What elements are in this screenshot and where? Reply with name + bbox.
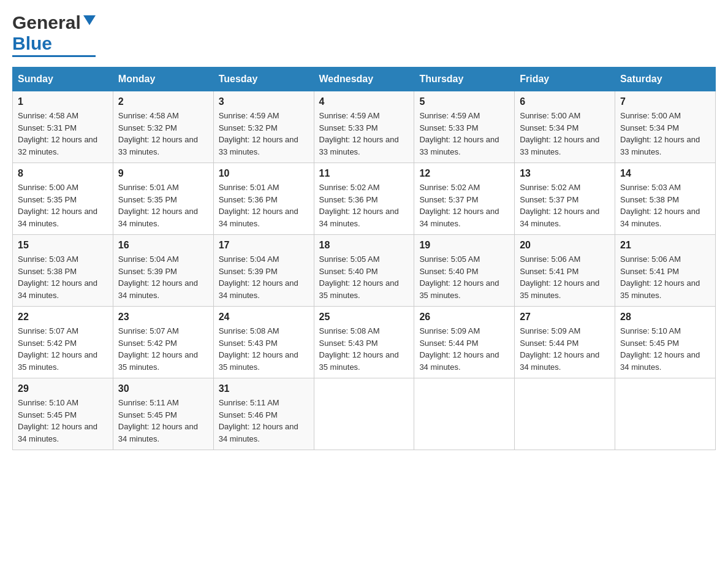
day-info: Sunrise: 5:00 AM Sunset: 5:34 PM Dayligh… bbox=[520, 110, 610, 158]
day-cell: 8 Sunrise: 5:00 AM Sunset: 5:35 PM Dayli… bbox=[13, 163, 113, 235]
day-cell: 5 Sunrise: 4:59 AM Sunset: 5:33 PM Dayli… bbox=[414, 91, 515, 163]
week-row-3: 15 Sunrise: 5:03 AM Sunset: 5:38 PM Dayl… bbox=[13, 235, 716, 307]
day-cell: 22 Sunrise: 5:07 AM Sunset: 5:42 PM Dayl… bbox=[13, 307, 113, 378]
day-number: 21 bbox=[620, 240, 710, 251]
day-number: 28 bbox=[620, 312, 710, 323]
day-cell: 21 Sunrise: 5:06 AM Sunset: 5:41 PM Dayl… bbox=[615, 235, 716, 307]
day-info: Sunrise: 5:09 AM Sunset: 5:44 PM Dayligh… bbox=[520, 325, 610, 373]
day-info: Sunrise: 5:06 AM Sunset: 5:41 PM Dayligh… bbox=[520, 253, 610, 301]
week-row-4: 22 Sunrise: 5:07 AM Sunset: 5:42 PM Dayl… bbox=[13, 307, 716, 378]
day-info: Sunrise: 5:02 AM Sunset: 5:37 PM Dayligh… bbox=[520, 182, 610, 229]
day-cell: 11 Sunrise: 5:02 AM Sunset: 5:36 PM Dayl… bbox=[314, 163, 414, 235]
day-number: 31 bbox=[219, 383, 309, 394]
day-info: Sunrise: 5:05 AM Sunset: 5:40 PM Dayligh… bbox=[319, 253, 409, 301]
day-info: Sunrise: 5:05 AM Sunset: 5:40 PM Dayligh… bbox=[419, 253, 509, 301]
day-info: Sunrise: 5:00 AM Sunset: 5:35 PM Dayligh… bbox=[18, 182, 108, 229]
day-number: 10 bbox=[219, 168, 309, 179]
day-cell: 13 Sunrise: 5:02 AM Sunset: 5:37 PM Dayl… bbox=[515, 163, 615, 235]
day-cell: 15 Sunrise: 5:03 AM Sunset: 5:38 PM Dayl… bbox=[13, 235, 113, 307]
col-header-sunday: Sunday bbox=[13, 67, 113, 91]
day-number: 20 bbox=[520, 240, 610, 251]
day-info: Sunrise: 5:08 AM Sunset: 5:43 PM Dayligh… bbox=[219, 325, 309, 373]
day-number: 27 bbox=[520, 312, 610, 323]
day-number: 26 bbox=[419, 312, 509, 323]
day-cell bbox=[615, 378, 716, 450]
day-number: 29 bbox=[18, 383, 108, 394]
day-number: 18 bbox=[319, 240, 409, 251]
day-info: Sunrise: 4:58 AM Sunset: 5:31 PM Dayligh… bbox=[18, 110, 108, 158]
day-number: 15 bbox=[18, 240, 108, 251]
day-cell: 1 Sunrise: 4:58 AM Sunset: 5:31 PM Dayli… bbox=[13, 91, 113, 163]
col-header-thursday: Thursday bbox=[414, 67, 515, 91]
day-cell: 3 Sunrise: 4:59 AM Sunset: 5:32 PM Dayli… bbox=[213, 91, 314, 163]
day-info: Sunrise: 4:59 AM Sunset: 5:33 PM Dayligh… bbox=[419, 110, 509, 158]
week-row-5: 29 Sunrise: 5:10 AM Sunset: 5:45 PM Dayl… bbox=[13, 378, 716, 450]
day-info: Sunrise: 5:06 AM Sunset: 5:41 PM Dayligh… bbox=[620, 253, 710, 301]
day-number: 19 bbox=[419, 240, 509, 251]
day-info: Sunrise: 5:01 AM Sunset: 5:36 PM Dayligh… bbox=[219, 182, 309, 229]
day-cell: 7 Sunrise: 5:00 AM Sunset: 5:34 PM Dayli… bbox=[615, 91, 716, 163]
day-cell: 6 Sunrise: 5:00 AM Sunset: 5:34 PM Dayli… bbox=[515, 91, 615, 163]
day-info: Sunrise: 5:04 AM Sunset: 5:39 PM Dayligh… bbox=[219, 253, 309, 301]
page-header: General Blue bbox=[12, 12, 716, 57]
day-info: Sunrise: 5:02 AM Sunset: 5:36 PM Dayligh… bbox=[319, 182, 409, 229]
day-info: Sunrise: 5:07 AM Sunset: 5:42 PM Dayligh… bbox=[18, 325, 108, 373]
day-info: Sunrise: 5:00 AM Sunset: 5:34 PM Dayligh… bbox=[620, 110, 710, 158]
day-cell: 30 Sunrise: 5:11 AM Sunset: 5:45 PM Dayl… bbox=[113, 378, 213, 450]
logo-triangle-icon bbox=[83, 15, 96, 25]
day-info: Sunrise: 5:10 AM Sunset: 5:45 PM Dayligh… bbox=[18, 397, 108, 445]
day-number: 3 bbox=[219, 96, 309, 107]
logo: General Blue bbox=[12, 12, 96, 57]
day-info: Sunrise: 5:11 AM Sunset: 5:46 PM Dayligh… bbox=[219, 397, 309, 445]
day-number: 22 bbox=[18, 312, 108, 323]
day-number: 12 bbox=[419, 168, 509, 179]
day-number: 8 bbox=[18, 168, 108, 179]
week-row-2: 8 Sunrise: 5:00 AM Sunset: 5:35 PM Dayli… bbox=[13, 163, 716, 235]
logo-line bbox=[12, 55, 96, 57]
logo-general: General bbox=[12, 12, 81, 33]
day-number: 16 bbox=[118, 240, 208, 251]
day-cell: 27 Sunrise: 5:09 AM Sunset: 5:44 PM Dayl… bbox=[515, 307, 615, 378]
day-number: 24 bbox=[219, 312, 309, 323]
day-cell: 19 Sunrise: 5:05 AM Sunset: 5:40 PM Dayl… bbox=[414, 235, 515, 307]
day-cell bbox=[515, 378, 615, 450]
day-cell: 12 Sunrise: 5:02 AM Sunset: 5:37 PM Dayl… bbox=[414, 163, 515, 235]
week-row-1: 1 Sunrise: 4:58 AM Sunset: 5:31 PM Dayli… bbox=[13, 91, 716, 163]
day-number: 17 bbox=[219, 240, 309, 251]
day-info: Sunrise: 5:10 AM Sunset: 5:45 PM Dayligh… bbox=[620, 325, 710, 373]
day-cell: 23 Sunrise: 5:07 AM Sunset: 5:42 PM Dayl… bbox=[113, 307, 213, 378]
day-info: Sunrise: 5:02 AM Sunset: 5:37 PM Dayligh… bbox=[419, 182, 509, 229]
day-cell: 9 Sunrise: 5:01 AM Sunset: 5:35 PM Dayli… bbox=[113, 163, 213, 235]
day-cell: 29 Sunrise: 5:10 AM Sunset: 5:45 PM Dayl… bbox=[13, 378, 113, 450]
day-number: 5 bbox=[419, 96, 509, 107]
day-number: 6 bbox=[520, 96, 610, 107]
day-cell: 2 Sunrise: 4:58 AM Sunset: 5:32 PM Dayli… bbox=[113, 91, 213, 163]
day-number: 2 bbox=[118, 96, 208, 107]
day-info: Sunrise: 5:07 AM Sunset: 5:42 PM Dayligh… bbox=[118, 325, 208, 373]
day-number: 7 bbox=[620, 96, 710, 107]
day-info: Sunrise: 4:59 AM Sunset: 5:32 PM Dayligh… bbox=[219, 110, 309, 158]
day-cell: 24 Sunrise: 5:08 AM Sunset: 5:43 PM Dayl… bbox=[213, 307, 314, 378]
day-info: Sunrise: 4:58 AM Sunset: 5:32 PM Dayligh… bbox=[118, 110, 208, 158]
day-number: 23 bbox=[118, 312, 208, 323]
day-info: Sunrise: 5:08 AM Sunset: 5:43 PM Dayligh… bbox=[319, 325, 409, 373]
day-number: 4 bbox=[319, 96, 409, 107]
day-info: Sunrise: 4:59 AM Sunset: 5:33 PM Dayligh… bbox=[319, 110, 409, 158]
col-header-saturday: Saturday bbox=[615, 67, 716, 91]
day-number: 25 bbox=[319, 312, 409, 323]
day-info: Sunrise: 5:09 AM Sunset: 5:44 PM Dayligh… bbox=[419, 325, 509, 373]
col-header-friday: Friday bbox=[515, 67, 615, 91]
col-header-tuesday: Tuesday bbox=[213, 67, 314, 91]
day-number: 9 bbox=[118, 168, 208, 179]
logo-blue: Blue bbox=[12, 33, 52, 54]
day-cell: 20 Sunrise: 5:06 AM Sunset: 5:41 PM Dayl… bbox=[515, 235, 615, 307]
day-number: 14 bbox=[620, 168, 710, 179]
day-cell: 25 Sunrise: 5:08 AM Sunset: 5:43 PM Dayl… bbox=[314, 307, 414, 378]
day-number: 30 bbox=[118, 383, 208, 394]
day-info: Sunrise: 5:11 AM Sunset: 5:45 PM Dayligh… bbox=[118, 397, 208, 445]
day-cell: 31 Sunrise: 5:11 AM Sunset: 5:46 PM Dayl… bbox=[213, 378, 314, 450]
calendar-table: SundayMondayTuesdayWednesdayThursdayFrid… bbox=[12, 67, 716, 450]
day-info: Sunrise: 5:03 AM Sunset: 5:38 PM Dayligh… bbox=[18, 253, 108, 301]
day-cell: 16 Sunrise: 5:04 AM Sunset: 5:39 PM Dayl… bbox=[113, 235, 213, 307]
day-info: Sunrise: 5:01 AM Sunset: 5:35 PM Dayligh… bbox=[118, 182, 208, 229]
